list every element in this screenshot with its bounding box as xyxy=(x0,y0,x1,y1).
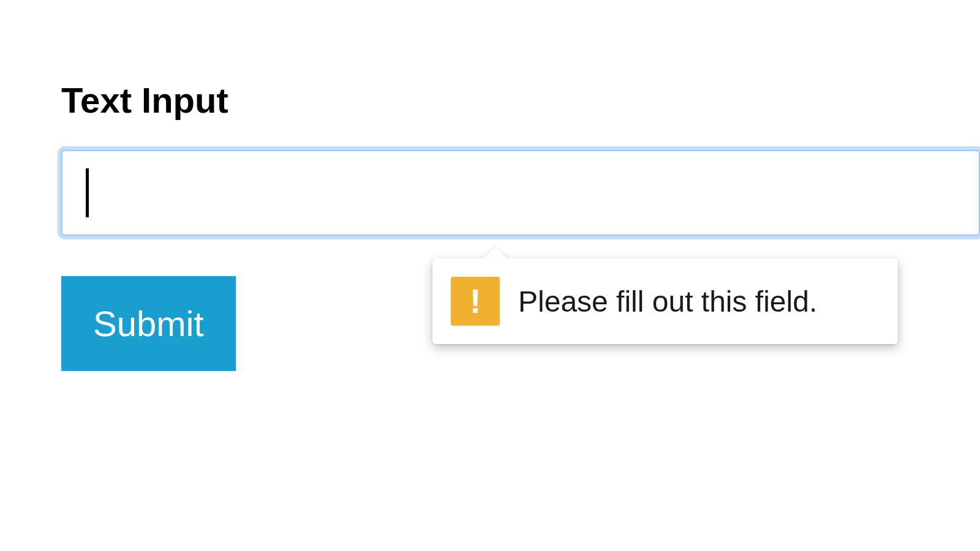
exclamation-icon: ! xyxy=(470,284,481,318)
submit-button[interactable]: Submit xyxy=(61,276,236,371)
warning-icon: ! xyxy=(451,277,500,326)
text-input[interactable] xyxy=(61,150,980,236)
input-wrapper xyxy=(61,150,980,236)
field-label: Text Input xyxy=(61,80,980,121)
text-caret xyxy=(86,168,89,217)
validation-message: Please fill out this field. xyxy=(518,285,817,318)
validation-tooltip: ! Please fill out this field. xyxy=(432,258,898,344)
